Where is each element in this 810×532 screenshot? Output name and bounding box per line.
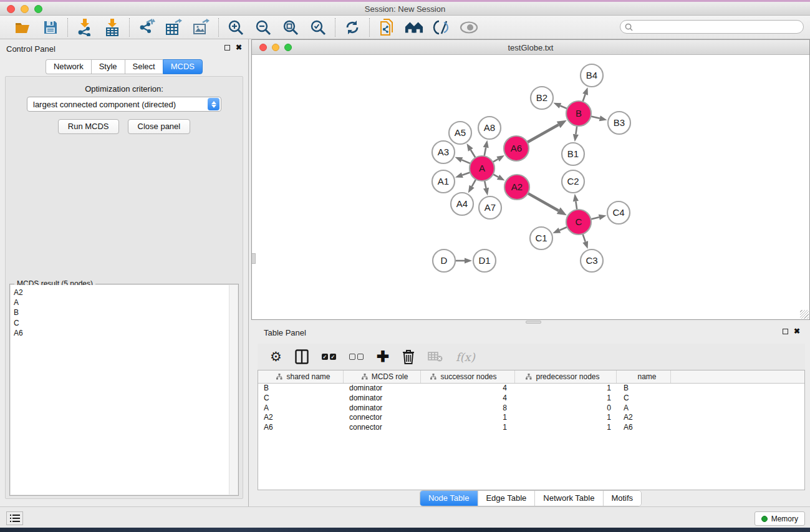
graph-edge-arrowhead — [573, 194, 579, 202]
function-builder-icon[interactable]: f(x) — [456, 349, 475, 365]
graph-edge-C-C3[interactable] — [582, 233, 586, 242]
zoom-selected-icon[interactable] — [309, 18, 327, 37]
import-table-icon[interactable] — [103, 18, 122, 37]
graph-edge-arrowhead — [455, 157, 463, 163]
tab-network[interactable]: Network — [46, 59, 91, 74]
graph-edge-arrowhead — [573, 134, 579, 142]
graph-node-label: C4 — [612, 207, 624, 218]
network-window-title: testGlobe.txt — [252, 43, 809, 52]
select-stepper-icon — [208, 98, 219, 110]
tool-palette-grip[interactable] — [252, 253, 256, 264]
graph-edge-A-A4[interactable] — [472, 179, 476, 187]
deselect-all-icon[interactable] — [349, 349, 364, 365]
export-network-icon[interactable] — [137, 18, 156, 37]
graph-edge-C-C2[interactable] — [576, 201, 577, 210]
home-icon[interactable] — [405, 18, 423, 37]
list-item[interactable]: C — [11, 318, 238, 328]
export-image-icon[interactable] — [192, 18, 211, 37]
tab-mcds[interactable]: MCDS — [163, 59, 203, 74]
table-row[interactable]: Adominator80A — [258, 404, 804, 414]
clone-network-icon[interactable] — [377, 18, 396, 37]
table-type-tabs: Node Table Edge Table Network Table Moti… — [420, 490, 642, 506]
graph-node-label: D1 — [478, 255, 490, 266]
graph-edge-B-B1[interactable] — [576, 125, 577, 134]
float-panel-icon[interactable] — [224, 45, 230, 51]
table-settings-icon[interactable]: ⚙ — [270, 349, 282, 365]
graph-node-label: D — [441, 255, 448, 266]
graph-edge-C-C1[interactable] — [559, 227, 567, 231]
graph-edge-A-A3[interactable] — [462, 160, 471, 163]
scrollbar-track[interactable] — [229, 285, 238, 495]
table-row[interactable]: A2connector11A2 — [258, 413, 804, 423]
graph-edge-arrowhead — [483, 188, 489, 196]
graph-node-label: A6 — [511, 143, 522, 153]
import-network-icon[interactable] — [75, 18, 94, 37]
search-field[interactable] — [620, 20, 804, 34]
list-item[interactable]: A2 — [11, 288, 238, 297]
select-all-icon[interactable]: ✓✓ — [322, 349, 336, 365]
task-history-button[interactable] — [6, 511, 23, 525]
add-column-icon[interactable]: ✚ — [377, 349, 389, 365]
graph-edge-C-C4[interactable] — [590, 217, 599, 219]
column-type-icon — [362, 374, 368, 380]
graph-node-label: B2 — [536, 92, 547, 103]
export-table-icon[interactable] — [165, 18, 183, 37]
refresh-icon[interactable] — [343, 18, 362, 37]
zoom-fit-icon[interactable] — [281, 18, 300, 37]
close-panel-button[interactable]: Close panel — [128, 119, 191, 134]
graph-edge-A-A5[interactable] — [471, 150, 476, 158]
table-row[interactable]: Cdominator41C — [258, 394, 804, 404]
column-header-mcds-role[interactable]: MCDS role — [344, 370, 421, 383]
graph-edge-arrowhead — [553, 103, 561, 109]
delete-row-icon[interactable] — [402, 349, 415, 365]
table-row[interactable]: Bdominator41B — [258, 384, 804, 394]
hide-graphics-details-icon[interactable] — [432, 18, 451, 37]
tab-node-table[interactable]: Node Table — [420, 491, 478, 506]
mcds-result-list[interactable]: A2 A B C A6 — [11, 285, 238, 495]
tab-style[interactable]: Style — [91, 59, 125, 74]
graph-edge-A6-B[interactable] — [527, 125, 559, 143]
memory-button[interactable]: Memory — [755, 511, 805, 526]
delete-column-icon[interactable] — [428, 349, 443, 365]
close-panel-icon[interactable]: ✖ — [236, 44, 242, 51]
column-header-shared-name[interactable]: shared name — [258, 370, 344, 383]
search-input[interactable] — [636, 22, 803, 31]
run-mcds-button[interactable]: Run MCDS — [58, 119, 119, 134]
list-icon — [10, 515, 20, 523]
column-header-predecessor-nodes[interactable]: predecessor nodes — [515, 370, 617, 383]
zoom-in-icon[interactable] — [226, 18, 245, 37]
graph-edge-A2-C[interactable] — [528, 193, 559, 210]
column-header-name[interactable]: name — [617, 370, 671, 383]
graph-node-label: B1 — [567, 148, 579, 159]
tab-network-table[interactable]: Network Table — [535, 491, 603, 506]
tab-motifs[interactable]: Motifs — [603, 491, 641, 506]
tab-edge-table[interactable]: Edge Table — [478, 491, 535, 506]
table-panel: Table Panel ✖ ⚙ ✓✓ ✚ f(x) — [251, 324, 810, 506]
graph-edge-arrowhead — [552, 228, 561, 233]
column-header-successor-nodes[interactable]: successor nodes — [421, 370, 515, 383]
list-item[interactable]: A6 — [11, 328, 238, 338]
table-row[interactable]: A6connector11A6 — [258, 423, 804, 433]
list-item[interactable]: B — [11, 307, 238, 317]
graph-node-label: B — [576, 108, 582, 118]
graph-edge-arrowhead — [557, 208, 567, 216]
status-bar: Memory — [0, 506, 810, 528]
eye-icon[interactable] — [460, 18, 478, 37]
show-columns-icon[interactable] — [295, 349, 309, 365]
float-table-panel-icon[interactable] — [783, 329, 788, 334]
zoom-out-icon[interactable] — [254, 18, 272, 37]
optimization-criterion-value: largest connected component (directed) — [27, 100, 208, 109]
optimization-criterion-select[interactable]: largest connected component (directed) — [27, 97, 221, 112]
save-session-icon[interactable] — [41, 18, 60, 37]
graph-edge-arrowhead — [582, 241, 588, 249]
tab-select[interactable]: Select — [125, 59, 163, 74]
list-item[interactable]: A — [11, 297, 238, 307]
close-table-panel-icon[interactable]: ✖ — [794, 328, 800, 334]
graph-edge-A-A1[interactable] — [462, 172, 471, 175]
network-canvas[interactable]: AA6A2BCA5A8A3A1A4A7B2B4B3B1C2C4C1C3DD1 — [252, 55, 809, 319]
graph-edge-A-A8[interactable] — [484, 147, 486, 157]
graph-edge-B-B3[interactable] — [591, 116, 600, 118]
open-session-icon[interactable] — [14, 18, 32, 37]
window-resize-grip[interactable] — [800, 310, 809, 319]
graph-edge-arrowhead — [466, 143, 473, 152]
